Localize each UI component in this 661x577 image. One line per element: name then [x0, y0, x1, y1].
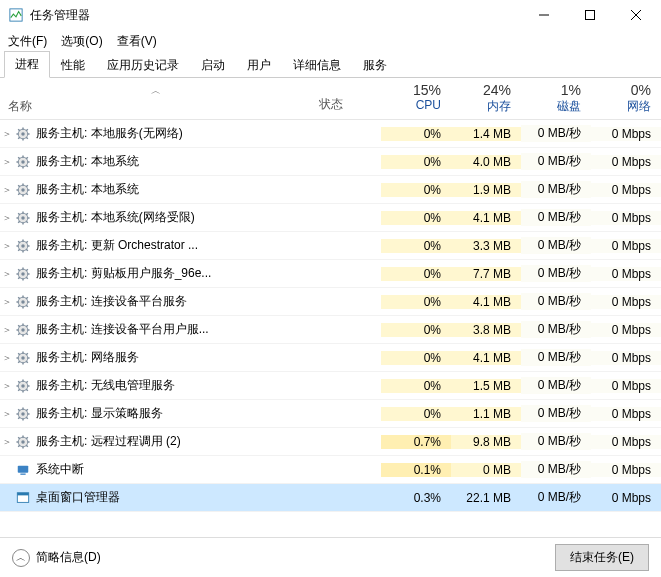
svg-line-52 [26, 249, 28, 251]
process-row[interactable]: ＞服务主机: 网络服务0%4.1 MB0 MB/秒0 Mbps [0, 344, 661, 372]
expand-icon[interactable]: ＞ [0, 155, 14, 169]
process-row[interactable]: ＞服务主机: 本地服务(无网络)0%1.4 MB0 MB/秒0 Mbps [0, 120, 661, 148]
process-row[interactable]: ＞系统中断0.1%0 MB0 MB/秒0 Mbps [0, 456, 661, 484]
cpu-cell: 0% [381, 351, 451, 365]
tab-2[interactable]: 应用历史记录 [96, 52, 190, 78]
expand-icon[interactable]: ＞ [0, 435, 14, 449]
menu-view[interactable]: 查看(V) [117, 33, 157, 50]
process-icon [14, 323, 32, 337]
disk-cell: 0 MB/秒 [521, 181, 591, 198]
process-row[interactable]: ＞服务主机: 连接设备平台服务0%4.1 MB0 MB/秒0 Mbps [0, 288, 661, 316]
titlebar: 任务管理器 [0, 0, 661, 30]
cpu-cell: 0% [381, 211, 451, 225]
svg-line-51 [18, 241, 20, 243]
process-row[interactable]: ＞服务主机: 连接设备平台用户服...0%3.8 MB0 MB/秒0 Mbps [0, 316, 661, 344]
process-row[interactable]: ＞服务主机: 显示策略服务0%1.1 MB0 MB/秒0 Mbps [0, 400, 661, 428]
svg-line-21 [18, 157, 20, 159]
process-list[interactable]: ＞服务主机: 本地服务(无网络)0%1.4 MB0 MB/秒0 Mbps＞服务主… [0, 120, 661, 537]
cpu-cell: 0% [381, 407, 451, 421]
svg-point-36 [21, 216, 25, 220]
expand-icon[interactable]: ＞ [0, 323, 14, 337]
expand-icon[interactable]: ＞ [0, 239, 14, 253]
memory-cell: 9.8 MB [451, 435, 521, 449]
svg-line-23 [26, 157, 28, 159]
network-cell: 0 Mbps [591, 295, 661, 309]
svg-rect-126 [20, 473, 25, 474]
column-network[interactable]: 0% 网络 [591, 78, 661, 119]
process-row[interactable]: ＞服务主机: 无线电管理服务0%1.5 MB0 MB/秒0 Mbps [0, 372, 661, 400]
expand-icon[interactable]: ＞ [0, 211, 14, 225]
disk-cell: 0 MB/秒 [521, 293, 591, 310]
svg-rect-2 [586, 11, 595, 20]
tab-6[interactable]: 服务 [352, 52, 398, 78]
svg-line-101 [18, 381, 20, 383]
column-disk[interactable]: 1% 磁盘 [521, 78, 591, 119]
close-button[interactable] [613, 0, 659, 30]
process-name: 服务主机: 更新 Orchestrator ... [32, 237, 381, 254]
svg-line-124 [18, 445, 20, 447]
network-cell: 0 Mbps [591, 239, 661, 253]
maximize-button[interactable] [567, 0, 613, 30]
column-status[interactable]: 状态 [311, 78, 381, 119]
tab-0[interactable]: 进程 [4, 51, 50, 78]
minimize-button[interactable] [521, 0, 567, 30]
disk-cell: 0 MB/秒 [521, 209, 591, 226]
menu-file[interactable]: 文件(F) [8, 33, 47, 50]
process-icon [14, 379, 32, 393]
tab-1[interactable]: 性能 [50, 52, 96, 78]
tab-4[interactable]: 用户 [236, 52, 282, 78]
gear-icon [16, 211, 30, 225]
process-row[interactable]: ＞服务主机: 剪贴板用户服务_96e...0%7.7 MB0 MB/秒0 Mbp… [0, 260, 661, 288]
process-row[interactable]: ＞桌面窗口管理器0.3%22.1 MB0 MB/秒0 Mbps [0, 484, 661, 512]
window-buttons [521, 0, 659, 30]
menu-options[interactable]: 选项(O) [61, 33, 102, 50]
disk-cell: 0 MB/秒 [521, 125, 591, 142]
svg-line-24 [18, 165, 20, 167]
column-cpu[interactable]: 15% CPU [381, 78, 451, 119]
disk-cell: 0 MB/秒 [521, 433, 591, 450]
gear-icon [16, 155, 30, 169]
network-cell: 0 Mbps [591, 267, 661, 281]
expand-icon[interactable]: ＞ [0, 379, 14, 393]
expand-icon[interactable]: ＞ [0, 351, 14, 365]
process-row[interactable]: ＞服务主机: 本地系统0%4.0 MB0 MB/秒0 Mbps [0, 148, 661, 176]
process-icon [14, 239, 32, 253]
process-name: 服务主机: 本地系统 [32, 153, 381, 170]
svg-line-94 [18, 361, 20, 363]
process-row[interactable]: ＞服务主机: 本地系统(网络受限)0%4.1 MB0 MB/秒0 Mbps [0, 204, 661, 232]
tab-3[interactable]: 启动 [190, 52, 236, 78]
process-icon [14, 127, 32, 141]
memory-cell: 3.3 MB [451, 239, 521, 253]
network-cell: 0 Mbps [591, 183, 661, 197]
cpu-cell: 0.3% [381, 491, 451, 505]
network-cell: 0 Mbps [591, 463, 661, 477]
svg-line-41 [18, 213, 20, 215]
process-row[interactable]: ＞服务主机: 远程过程调用 (2)0.7%9.8 MB0 MB/秒0 Mbps [0, 428, 661, 456]
memory-cell: 22.1 MB [451, 491, 521, 505]
process-row[interactable]: ＞服务主机: 本地系统0%1.9 MB0 MB/秒0 Mbps [0, 176, 661, 204]
expand-icon[interactable]: ＞ [0, 267, 14, 281]
svg-line-22 [26, 165, 28, 167]
end-task-button[interactable]: 结束任务(E) [555, 544, 649, 571]
tab-5[interactable]: 详细信息 [282, 52, 352, 78]
expand-icon[interactable]: ＞ [0, 407, 14, 421]
process-name: 服务主机: 剪贴板用户服务_96e... [32, 265, 381, 282]
memory-cell: 1.1 MB [451, 407, 521, 421]
disk-cell: 0 MB/秒 [521, 321, 591, 338]
svg-line-92 [26, 361, 28, 363]
memory-cell: 1.5 MB [451, 379, 521, 393]
svg-rect-128 [17, 492, 28, 495]
svg-point-6 [21, 132, 25, 136]
fewer-details-button[interactable]: ︿ 简略信息(D) [12, 549, 101, 567]
process-row[interactable]: ＞服务主机: 更新 Orchestrator ...0%3.3 MB0 MB/秒… [0, 232, 661, 260]
svg-line-72 [26, 305, 28, 307]
column-name[interactable]: ︿ 名称 [0, 78, 311, 119]
expand-icon[interactable]: ＞ [0, 183, 14, 197]
expand-icon[interactable]: ＞ [0, 295, 14, 309]
expand-icon[interactable]: ＞ [0, 127, 14, 141]
process-icon [14, 211, 32, 225]
column-memory[interactable]: 24% 内存 [451, 78, 521, 119]
process-name: 服务主机: 本地服务(无网络) [32, 125, 381, 142]
network-cell: 0 Mbps [591, 155, 661, 169]
svg-point-116 [21, 440, 25, 444]
